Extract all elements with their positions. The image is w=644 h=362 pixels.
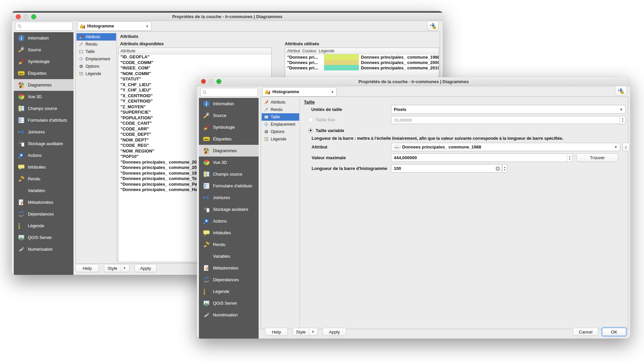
diagram-type-select[interactable]: Histogramme ▼ (77, 21, 152, 31)
properties-search-field[interactable] (208, 89, 258, 95)
sidebar-item-label: QGIS Server (28, 235, 52, 240)
sidebar-item[interactable]: Vue 3D (199, 157, 259, 168)
attribute-list-item[interactable]: "INSEE_COM" (118, 65, 271, 71)
sidebar-item[interactable]: Jointures (14, 126, 73, 138)
sidebar-item[interactable]: Légende (14, 220, 73, 232)
zoom-button[interactable]: + (216, 79, 221, 84)
sidebar-item[interactable]: abc Étiquettes (14, 67, 73, 79)
sidebar-item[interactable]: Jointures (199, 192, 259, 203)
minimize-button[interactable] (209, 79, 214, 84)
apply-button[interactable]: Apply (323, 328, 346, 336)
sidebar-item[interactable]: Métadonnées (14, 196, 73, 208)
attribute-list-item[interactable]: "CODE_COMM" (118, 60, 271, 66)
sidebar-item[interactable]: Dépendances (199, 274, 259, 286)
sidebar-item[interactable]: Stockage auxiliaire (199, 203, 259, 215)
color-swatch[interactable] (324, 60, 359, 65)
sidebar-item[interactable]: Source (14, 44, 73, 56)
used-attribute-row[interactable]: "Donnees pri... Donnees principales_ com… (285, 65, 439, 70)
diagram-subtab[interactable]: Attributs (262, 99, 299, 106)
used-attribute-row[interactable]: "Donnees pri... Donnees principales_ com… (285, 60, 439, 65)
sidebar-item[interactable]: Champs source (199, 168, 259, 180)
clear-icon[interactable] (495, 166, 500, 171)
sidebar-item[interactable]: Numérisation (199, 309, 259, 321)
sidebar-item[interactable]: Actions (14, 149, 73, 161)
sidebar-item[interactable]: Infobulles (199, 227, 259, 239)
chevron-down-icon[interactable]: ▼ (309, 328, 315, 336)
sidebar-item[interactable]: Source (199, 110, 259, 121)
sidebar-item[interactable]: Légende (199, 286, 259, 297)
diagram-subtab[interactable]: Emplacement (76, 55, 116, 63)
diagram-type-select[interactable]: Histogramme ▼ (262, 87, 337, 97)
sidebar-item[interactable]: Symbologie (14, 56, 73, 67)
sidebar-item[interactable]: abc Étiquettes (199, 133, 259, 145)
sidebar-item[interactable]: Métadonnées (199, 262, 259, 274)
chevron-down-icon[interactable]: ▼ (120, 264, 126, 272)
sidebar-item[interactable]: Vue 3D (14, 91, 73, 103)
variable-size-radio[interactable] (308, 128, 313, 133)
search-input[interactable] (15, 22, 73, 31)
sidebar-item[interactable]: Infobulles (14, 161, 73, 173)
max-value-field[interactable]: 444,000000 ▲▼ (391, 154, 573, 162)
style-button[interactable]: Style▼ (104, 264, 129, 272)
fixed-size-radio[interactable] (308, 117, 313, 122)
stepper-icon[interactable]: ▲▼ (502, 164, 507, 173)
placement-settings-button[interactable]: 2c (427, 21, 439, 31)
sidebar-item[interactable]: Formulaire d'attributs (14, 114, 73, 126)
titlebar-front[interactable]: ✕ + Propriétés de la couche - lr-commune… (197, 77, 630, 86)
expression-builder-button[interactable]: ε (623, 143, 630, 151)
units-select[interactable]: Pixels ▼ (391, 105, 626, 114)
sidebar-item[interactable]: Rendu (14, 173, 73, 185)
sidebar-item[interactable]: Formulaire d'attributs (199, 180, 259, 192)
sidebar-item[interactable]: Numérisation (14, 243, 73, 255)
search-input[interactable] (200, 88, 258, 97)
fixed-size-field[interactable]: 15,00000 ▲▼ (391, 116, 626, 124)
zoom-button[interactable] (31, 14, 36, 19)
apply-button[interactable]: Apply (135, 264, 157, 272)
stepper-icon[interactable]: ▲▼ (620, 116, 625, 124)
diagram-subtab[interactable]: Taille (262, 113, 299, 121)
placement-settings-button[interactable]: 2c (615, 86, 627, 96)
diagram-subtab[interactable]: Attributs (76, 33, 116, 41)
sidebar-item[interactable]: i Information (14, 32, 73, 44)
diagram-subtab[interactable]: Rendu (76, 41, 116, 48)
used-attribute-row[interactable]: "Donnees pri... Donnees principales_ com… (285, 54, 439, 60)
help-button[interactable]: Help (75, 264, 99, 272)
sidebar-item[interactable]: Stockage auxiliaire (14, 138, 73, 149)
diagram-subtab[interactable]: Options (76, 63, 116, 70)
find-button[interactable]: Trouver (577, 154, 618, 162)
diagram-subtab[interactable]: Légende (76, 70, 116, 77)
sidebar-item[interactable]: Champs source (14, 103, 73, 114)
sidebar-item[interactable]: Rendu (199, 239, 259, 250)
stepper-icon[interactable]: ▲▼ (567, 154, 572, 162)
help-button[interactable]: Help (265, 328, 288, 336)
diagram-subtab[interactable]: Rendu (262, 106, 299, 113)
diagram-subtab[interactable]: Options (262, 128, 299, 135)
color-swatch[interactable] (324, 65, 359, 70)
style-button[interactable]: Style▼ (292, 328, 318, 336)
ok-button[interactable]: OK (602, 328, 626, 336)
cancel-button[interactable]: Cancel (573, 328, 598, 336)
diagram-subtab[interactable]: Emplacement (262, 121, 299, 128)
attribute-list-item[interactable]: "NOM_COMM" (118, 71, 271, 77)
diagram-subtab[interactable]: Taille (76, 48, 116, 55)
titlebar-back[interactable]: Propriétés de la couche - lr-communes | … (12, 13, 443, 21)
sidebar-item[interactable]: Diagrammes (199, 145, 259, 157)
sidebar-item[interactable]: QGIS Server (199, 297, 259, 309)
sidebar-item[interactable]: Actions (199, 215, 259, 227)
sidebar-item[interactable]: Dépendances (14, 208, 73, 220)
attribute-select[interactable]: abc Donnees principales_ commune_1988 ▼ (391, 143, 620, 151)
sidebar-item[interactable]: Symbologie (199, 121, 259, 133)
color-swatch[interactable] (324, 54, 359, 60)
properties-search-field[interactable] (23, 23, 72, 29)
minimize-button[interactable] (23, 14, 29, 19)
diagram-subtab[interactable]: Légende (262, 135, 299, 143)
close-button[interactable] (16, 14, 21, 19)
sidebar-item[interactable]: ε Variables (14, 185, 73, 196)
sidebar-item[interactable]: i Information (199, 98, 259, 110)
close-button[interactable]: ✕ (201, 79, 206, 84)
sidebar-item[interactable]: QGIS Server (14, 232, 73, 243)
bar-length-field[interactable]: 100 (391, 164, 502, 173)
sidebar-item[interactable]: ε Variables (199, 250, 259, 262)
attribute-list-item[interactable]: "ID_GEOFLA" (118, 54, 271, 60)
sidebar-item[interactable]: Diagrammes (14, 79, 73, 91)
